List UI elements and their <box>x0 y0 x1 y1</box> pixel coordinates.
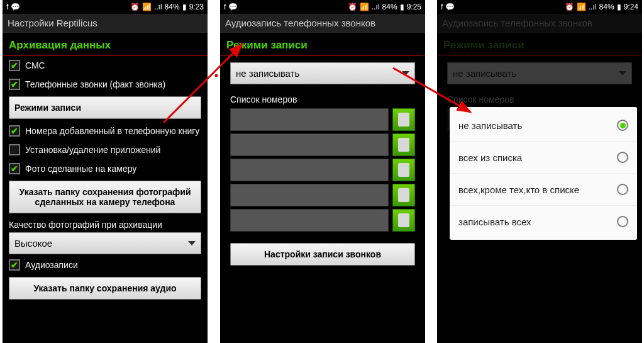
app-title: Настройки Reptilicus <box>3 14 208 33</box>
check-contacts-added[interactable]: Номера добавленный в телефонную книгу <box>3 121 208 140</box>
option-label: не записывать <box>458 120 522 131</box>
statusbar: f 💬 ⏰ 📶 ..ıl 84% ▮ 9:25 <box>220 0 425 14</box>
mode-popup: не записывать всех из списка всех,кроме … <box>450 107 637 240</box>
pick-contact-button[interactable] <box>392 159 415 181</box>
facebook-icon: f <box>441 3 443 11</box>
checkbox-icon[interactable] <box>9 79 20 90</box>
check-calls[interactable]: Телефонные звонки (факт звонка) <box>3 75 208 94</box>
check-label: Аудиозаписи <box>25 260 78 270</box>
number-row <box>230 184 415 206</box>
call-record-settings-button[interactable]: Настройки записи звонков <box>230 243 415 266</box>
app-title: Аудиозапись телефонных звонков <box>220 14 425 33</box>
quality-dropdown[interactable]: Высокое <box>9 232 201 254</box>
battery-text: 84% <box>165 3 180 11</box>
checkbox-icon[interactable] <box>9 259 20 271</box>
battery-icon: ▮ <box>400 3 404 11</box>
checkbox-icon[interactable] <box>9 163 20 174</box>
option-label: всех из списка <box>458 152 522 163</box>
popup-option-none[interactable]: не записывать <box>450 110 637 142</box>
number-row <box>230 159 415 181</box>
radio-selected-icon <box>617 120 628 131</box>
audio-folder-button[interactable]: Указать папку сохранения аудио <box>9 277 201 300</box>
wifi-icon: 📶 <box>360 3 369 11</box>
mode-dropdown[interactable]: не записывать <box>230 62 415 84</box>
battery-text: 84% <box>382 3 397 11</box>
number-input[interactable] <box>230 184 389 206</box>
chat-icon: 💬 <box>445 3 455 11</box>
check-sms[interactable]: СМС <box>3 56 208 75</box>
clock-text: 9:25 <box>407 3 421 11</box>
check-label: Телефонные звонки (факт звонка) <box>25 79 165 89</box>
alarm-icon: ⏰ <box>565 3 574 11</box>
number-input[interactable] <box>230 133 389 156</box>
radio-icon <box>617 184 628 195</box>
chat-icon: 💬 <box>11 3 20 11</box>
quality-label: Качество фотографий при архивации <box>3 216 208 231</box>
check-label: СМС <box>25 60 45 70</box>
svg-point-2 <box>215 74 218 77</box>
wifi-icon: 📶 <box>577 3 586 11</box>
phone-screen-1: f 💬 ⏰ 📶 ..ıl 84% ▮ 9:23 Настройки Reptil… <box>3 0 208 343</box>
radio-icon <box>617 216 628 227</box>
wifi-icon: 📶 <box>142 3 152 11</box>
checkbox-icon[interactable] <box>9 60 20 71</box>
check-audio[interactable]: Аудиозаписи <box>3 256 208 274</box>
pick-contact-button[interactable] <box>392 184 415 206</box>
check-photos[interactable]: Фото сделанные на камеру <box>3 159 208 178</box>
popup-option-all[interactable]: записывать всех <box>450 206 637 237</box>
statusbar: f 💬 ⏰ 📶 ..ıl 84% ▮ 9:24 <box>437 0 642 14</box>
popup-option-except[interactable]: всех,кроме тех,кто в списке <box>450 174 637 206</box>
phone-screen-2: f 💬 ⏰ 📶 ..ıl 84% ▮ 9:25 Аудиозапись теле… <box>220 0 425 343</box>
radio-icon <box>617 152 628 163</box>
alarm-icon: ⏰ <box>348 3 357 11</box>
pick-contact-button[interactable] <box>392 108 415 131</box>
numbers-list-label: Список номеров <box>220 91 425 106</box>
number-input[interactable] <box>230 209 389 232</box>
option-label: записывать всех <box>458 216 531 227</box>
signal-icon: ..ıl <box>154 3 162 11</box>
checkbox-icon[interactable] <box>9 144 20 155</box>
battery-text: 84% <box>599 3 614 11</box>
dropdown-value: Высокое <box>14 238 52 249</box>
alarm-icon: ⏰ <box>130 3 140 11</box>
pick-contact-button[interactable] <box>392 209 415 232</box>
battery-icon: ▮ <box>617 3 621 11</box>
dropdown-value: не записывать <box>236 68 299 79</box>
check-app-changes[interactable]: Установка/удаление приложений <box>3 140 208 159</box>
check-label: Фото сделанные на камеру <box>25 164 136 174</box>
phone-screen-3: f 💬 ⏰ 📶 ..ıl 84% ▮ 9:24 Аудиозапись теле… <box>437 0 642 343</box>
facebook-icon: f <box>224 3 226 11</box>
signal-icon: ..ıl <box>372 3 380 11</box>
facebook-icon: f <box>6 3 8 11</box>
number-row <box>230 133 415 156</box>
option-label: всех,кроме тех,кто в списке <box>458 184 579 195</box>
checkbox-icon[interactable] <box>9 125 20 137</box>
check-label: Установка/удаление приложений <box>25 145 160 155</box>
clock-text: 9:24 <box>624 3 638 11</box>
photo-folder-button[interactable]: Указать папку сохранения фотографий сдел… <box>9 181 201 213</box>
statusbar: f 💬 ⏰ 📶 ..ıl 84% ▮ 9:23 <box>3 0 208 14</box>
number-row <box>230 108 415 131</box>
record-modes-button[interactable]: Режими записи <box>9 96 201 119</box>
number-input[interactable] <box>230 159 389 181</box>
popup-option-list[interactable]: всех из списка <box>450 142 637 174</box>
number-input[interactable] <box>230 108 389 131</box>
check-label: Номера добавленный в телефонную книгу <box>25 126 199 136</box>
chat-icon: 💬 <box>228 3 238 11</box>
section-record-modes: Режими записи <box>220 33 425 56</box>
battery-icon: ▮ <box>182 3 187 11</box>
signal-icon: ..ıl <box>589 3 597 11</box>
number-row <box>230 209 415 232</box>
section-archive: Архивация данных <box>3 33 208 56</box>
pick-contact-button[interactable] <box>392 133 415 156</box>
chevron-down-icon <box>188 241 196 245</box>
chevron-down-icon <box>402 71 409 76</box>
clock-text: 9:23 <box>189 3 204 11</box>
